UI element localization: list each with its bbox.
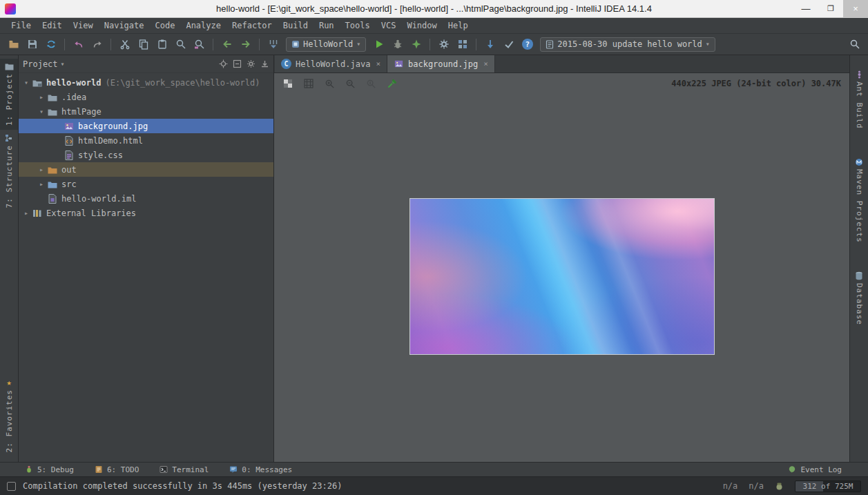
tree-item-label: style.css	[78, 151, 123, 160]
tree-row-iml[interactable]: hello-world.iml	[19, 191, 273, 206]
collapse-arrow-icon[interactable]: ▸	[37, 93, 46, 101]
maven-icon	[855, 158, 863, 166]
redo-button[interactable]	[88, 36, 106, 52]
tree-row-background-jpg[interactable]: background.jpg	[19, 119, 273, 133]
memory-indicator[interactable]: 312 of 725M	[795, 481, 861, 492]
expand-arrow-icon[interactable]: ▾	[21, 79, 31, 86]
tool-button-todo[interactable]: 6: TODO	[95, 465, 139, 474]
collapse-arrow-icon[interactable]: ▸	[21, 209, 31, 217]
tree-row-src[interactable]: ▸ src	[19, 177, 273, 191]
collapse-arrow-icon[interactable]: ▸	[37, 180, 46, 188]
help-button[interactable]: ?	[519, 36, 536, 52]
tree-row-out[interactable]: ▸ out	[19, 162, 273, 177]
settings-gear-button[interactable]	[247, 59, 255, 68]
vcs-update-button[interactable]	[481, 36, 499, 52]
menu-view[interactable]: View	[68, 19, 99, 32]
coverage-button[interactable]	[407, 36, 425, 52]
messages-icon	[229, 465, 238, 474]
back-button[interactable]	[218, 36, 235, 52]
zoom-out-button[interactable]	[342, 76, 358, 91]
chevron-down-icon[interactable]: ▾	[61, 60, 65, 68]
tool-button-favorites[interactable]: ★ 2: Favorites	[5, 374, 14, 456]
menu-navigate[interactable]: Navigate	[99, 19, 150, 32]
tool-button-label: Maven Projects	[855, 169, 864, 243]
debug-button[interactable]	[389, 36, 406, 52]
image-file-icon	[394, 59, 404, 69]
tool-button-database[interactable]: Database	[855, 267, 864, 329]
tree-row-htmlpage[interactable]: ▾ htmlPage	[19, 104, 273, 119]
menu-window[interactable]: Window	[401, 19, 442, 32]
tree-item-label: htmlDemo.html	[78, 136, 143, 146]
tool-button-ant-build[interactable]: Ant Build	[855, 66, 864, 133]
menu-run[interactable]: Run	[314, 19, 340, 32]
zoom-in-button[interactable]	[321, 76, 338, 91]
project-panel-toolbar	[219, 59, 269, 68]
menu-bar: File Edit View Navigate Code Analyze Ref…	[0, 18, 868, 34]
hide-panel-button[interactable]	[260, 59, 269, 68]
menu-edit[interactable]: Edit	[37, 19, 68, 32]
zoom-out-icon	[345, 79, 356, 89]
color-picker-button[interactable]	[383, 76, 400, 91]
tree-row-htmldemo-html[interactable]: htmlDemo.html	[19, 133, 273, 148]
forward-button[interactable]	[237, 36, 254, 52]
menu-refactor[interactable]: Refactor	[226, 19, 278, 32]
tool-button-debug[interactable]: 5: Debug	[25, 465, 74, 474]
menu-code[interactable]: Code	[150, 19, 181, 32]
vcs-commit-button[interactable]	[500, 36, 517, 52]
tool-button-maven-projects[interactable]: Maven Projects	[855, 154, 864, 247]
synchronize-button[interactable]	[42, 36, 59, 52]
save-all-button[interactable]	[23, 36, 41, 52]
paste-button[interactable]	[153, 36, 171, 52]
tab-close-icon[interactable]: ×	[483, 59, 488, 68]
search-everywhere-button[interactable]	[846, 36, 863, 52]
tab-close-icon[interactable]: ×	[376, 59, 380, 68]
inspector-icon[interactable]	[775, 482, 784, 491]
status-bar: Compilation completed successfully in 3s…	[0, 476, 868, 495]
undo-icon	[73, 39, 84, 50]
tool-button-project[interactable]: 1: Project	[0, 59, 18, 130]
tab-background-jpg[interactable]: background.jpg ×	[387, 55, 495, 72]
minimize-button[interactable]: —	[793, 0, 818, 17]
make-project-button[interactable]	[264, 36, 282, 52]
tree-row-style-css[interactable]: style.css	[19, 148, 273, 162]
toolwindow-toggle-icon[interactable]	[7, 482, 16, 491]
collapse-arrow-icon[interactable]: ▸	[37, 166, 46, 173]
transparency-chessboard-button[interactable]	[280, 76, 296, 91]
menu-file[interactable]: File	[6, 19, 37, 32]
project-structure-button[interactable]	[454, 36, 471, 52]
tab-helloworld-java[interactable]: C HelloWorld.java ×	[275, 55, 387, 72]
maximize-button[interactable]: ❐	[818, 0, 843, 17]
menu-vcs[interactable]: VCS	[376, 19, 402, 32]
find-button[interactable]	[172, 36, 189, 52]
menu-analyze[interactable]: Analyze	[180, 19, 226, 32]
tool-button-terminal[interactable]: Terminal	[160, 465, 209, 474]
menu-build[interactable]: Build	[278, 19, 314, 32]
close-button[interactable]: ×	[843, 0, 868, 17]
project-tool-window: Project ▾ ▾ hello-world (E:\git_work_spa…	[19, 55, 274, 462]
ant-icon	[856, 70, 863, 79]
tool-button-messages[interactable]: 0: Messages	[229, 465, 292, 474]
cut-button[interactable]	[116, 36, 133, 52]
settings-button[interactable]	[435, 36, 452, 52]
run-configuration-combo[interactable]: HelloWorld ▾	[286, 37, 366, 52]
expand-arrow-icon[interactable]: ▾	[37, 108, 46, 115]
tree-row-external-libraries[interactable]: ▸ External Libraries	[19, 206, 273, 220]
grid-toggle-button[interactable]	[300, 76, 317, 91]
tree-row-root[interactable]: ▾ hello-world (E:\git_work_space\hello-w…	[19, 75, 273, 90]
menu-tools[interactable]: Tools	[340, 19, 376, 32]
locate-button[interactable]	[219, 59, 228, 68]
copy-button[interactable]	[135, 36, 152, 52]
undo-button[interactable]	[70, 36, 87, 52]
tree-item-label: hello-world	[46, 78, 101, 88]
actual-size-button[interactable]	[363, 76, 379, 91]
replace-button[interactable]	[191, 36, 208, 52]
tree-row-idea[interactable]: ▸ .idea	[19, 90, 273, 104]
event-log-button[interactable]: Event Log	[788, 465, 861, 474]
open-button[interactable]	[5, 36, 22, 52]
run-button[interactable]	[370, 36, 387, 52]
collapse-all-button[interactable]	[233, 59, 242, 68]
vcs-changelist-combo[interactable]: 2015-08-30 update hello world ▾	[540, 37, 715, 52]
tool-button-structure[interactable]: 7: Structure	[5, 130, 14, 212]
tree-item-label: background.jpg	[78, 122, 148, 131]
menu-help[interactable]: Help	[443, 19, 474, 32]
